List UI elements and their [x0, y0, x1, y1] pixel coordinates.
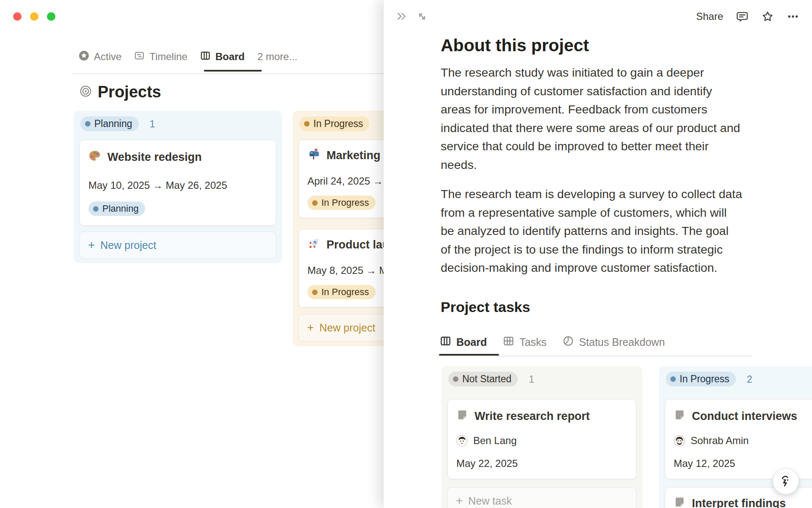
card-title-text: Conduct interviews	[692, 410, 797, 423]
card-status-tag: In Progress	[307, 285, 376, 299]
task-due-date: May 22, 2025	[456, 458, 628, 469]
avatar-sohrab-amin	[674, 435, 685, 447]
mailbox-icon	[307, 148, 320, 163]
status-pill-in-progress: In Progress	[299, 116, 370, 131]
column-count: 1	[529, 373, 534, 385]
tab-active[interactable]: Active	[79, 50, 121, 64]
plus-icon: +	[307, 322, 314, 334]
tab-board[interactable]: Board	[200, 50, 244, 64]
share-button[interactable]: Share	[696, 11, 723, 22]
tab-more[interactable]: 2 more...	[258, 51, 298, 63]
card-title-text: Marketing c	[326, 149, 390, 162]
more-options-icon[interactable]	[787, 10, 799, 23]
minimize-window-button[interactable]	[30, 12, 38, 21]
side-peek-panel: Share About this project The research st…	[384, 0, 812, 508]
board-column-planning: Planning 1 Website redesign May 10, 2025…	[74, 110, 282, 263]
assignee-row: Sohrab Amin	[674, 435, 812, 447]
zoom-window-button[interactable]	[47, 12, 55, 21]
status-dot	[312, 290, 318, 295]
notion-window: Active Timeline Board 2 more... Projects…	[0, 0, 812, 508]
palette-icon	[88, 149, 101, 165]
tab-tasks-board[interactable]: Board	[440, 335, 487, 349]
status-dot	[85, 121, 91, 127]
tab-label: Status Breakdown	[579, 336, 665, 348]
tasks-column-not-started: Not Started 1 Write research report Ben …	[442, 366, 642, 508]
tab-label: Board	[215, 51, 244, 63]
tab-divider	[72, 73, 386, 74]
card-title-text: Interpret findings	[692, 497, 786, 508]
tab-label: Tasks	[519, 336, 546, 348]
column-header: Not Started 1	[447, 371, 636, 387]
page-icon	[674, 496, 686, 508]
new-project-button[interactable]: + New project	[80, 232, 276, 259]
assignee-name: Ben Lang	[473, 435, 517, 447]
timeline-icon	[134, 50, 145, 64]
task-card-conduct-interviews[interactable]: Conduct interviews Sohrab Amin May 12, 2…	[665, 399, 812, 479]
tab-label: Timeline	[149, 51, 187, 63]
status-dot	[312, 200, 318, 206]
peek-toolbar: Share	[384, 0, 812, 33]
column-count: 1	[150, 118, 155, 130]
tab-status-breakdown[interactable]: Status Breakdown	[562, 335, 665, 349]
about-paragraph-2: The research team is developing a survey…	[441, 185, 768, 277]
new-task-button[interactable]: + New task	[447, 487, 636, 508]
page-title-text: Projects	[98, 83, 161, 101]
status-dot	[453, 376, 458, 382]
table-icon	[503, 335, 514, 349]
comments-icon[interactable]	[736, 10, 749, 23]
peek-page-title: About this project	[441, 36, 589, 55]
card-title-text: Write research report	[475, 410, 590, 423]
active-tab-underline	[204, 70, 262, 72]
card-title-text: Product lau	[326, 238, 390, 251]
task-due-date: May 12, 2025	[674, 458, 812, 469]
tab-divider	[439, 356, 752, 356]
notion-ai-button[interactable]	[773, 468, 799, 494]
status-dot	[670, 376, 676, 382]
close-peek-icon[interactable]	[396, 11, 408, 22]
plus-icon: +	[88, 239, 95, 251]
view-tab-bar: Active Timeline Board 2 more...	[79, 49, 297, 64]
column-header: Planning 1	[80, 116, 276, 132]
tab-label: Board	[456, 336, 487, 348]
star-circle-icon	[79, 50, 89, 64]
tab-timeline[interactable]: Timeline	[134, 50, 187, 64]
avatar-ben-lang	[456, 435, 468, 447]
plus-icon: +	[456, 495, 463, 507]
pie-chart-icon	[562, 335, 574, 349]
page-icon	[456, 409, 468, 424]
expand-page-icon[interactable]	[416, 11, 428, 22]
page-icon	[674, 409, 686, 424]
project-card-website-redesign[interactable]: Website redesign May 10, 2025 → May 26, …	[80, 140, 276, 226]
card-title-text: Website redesign	[107, 151, 202, 164]
rocket-icon	[307, 237, 320, 253]
status-pill-planning: Planning	[80, 116, 139, 131]
column-header: In Progress 2	[665, 371, 812, 387]
task-card-write-research-report[interactable]: Write research report Ben Lang May 22, 2…	[447, 399, 636, 479]
about-paragraph-1: The research study was initiated to gain…	[441, 64, 768, 174]
project-tasks-heading: Project tasks	[441, 299, 530, 315]
status-dot	[304, 121, 310, 127]
assignee-row: Ben Lang	[456, 435, 628, 447]
tasks-view-tab-bar: Board Tasks Status Breakdown	[440, 334, 665, 351]
status-pill-in-progress: In Progress	[666, 372, 736, 387]
board-icon	[200, 50, 211, 64]
status-dot	[93, 206, 99, 212]
favorite-star-icon[interactable]	[761, 10, 774, 23]
tab-label: 2 more...	[258, 51, 298, 63]
tab-tasks-table[interactable]: Tasks	[503, 335, 546, 349]
target-icon	[80, 86, 91, 99]
board-icon	[440, 335, 451, 349]
card-date-range: May 10, 2025 → May 26, 2025	[88, 179, 267, 191]
ai-face-icon	[778, 473, 793, 490]
status-pill-not-started: Not Started	[448, 372, 518, 387]
assignee-name: Sohrab Amin	[691, 435, 749, 447]
page-title: Projects	[80, 83, 161, 101]
card-status-tag: Planning	[88, 202, 145, 216]
tab-label: Active	[94, 51, 121, 63]
close-window-button[interactable]	[13, 12, 22, 21]
column-count: 2	[747, 373, 752, 385]
card-status-tag: In Progress	[307, 196, 376, 210]
